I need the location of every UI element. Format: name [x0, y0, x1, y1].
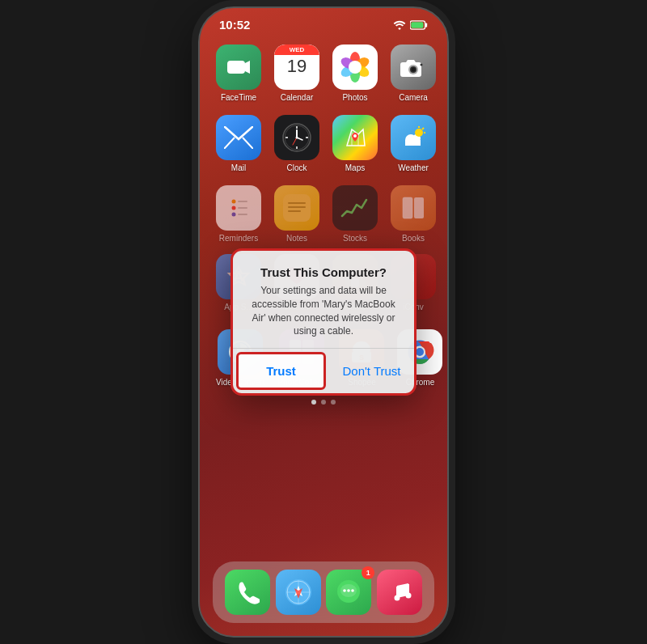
trust-button[interactable]: Trust — [236, 352, 326, 390]
trust-dialog: Trust This Computer? Your settings and d… — [230, 248, 417, 396]
dialog-content: Trust This Computer? Your settings and d… — [233, 251, 414, 348]
dialog-overlay: Trust This Computer? Your settings and d… — [200, 8, 447, 636]
dialog-buttons: Trust Don't Trust — [233, 348, 414, 393]
dont-trust-button[interactable]: Don't Trust — [329, 349, 414, 393]
dialog-message: Your settings and data will be accessibl… — [246, 284, 401, 338]
phone-frame: 10:52 FaceTime — [198, 6, 449, 638]
dialog-title: Trust This Computer? — [246, 265, 401, 279]
